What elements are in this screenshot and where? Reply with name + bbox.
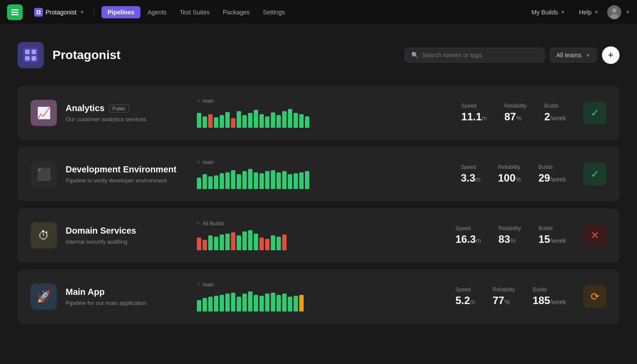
bar <box>265 294 270 312</box>
pipeline-description: Pipeline for our main application <box>66 300 188 306</box>
bar <box>259 238 264 250</box>
bar <box>237 174 241 189</box>
pipeline-chart: ⑂ All Builds <box>197 220 337 250</box>
search-box[interactable]: 🔍 <box>405 48 545 63</box>
status-icon: ✓ <box>584 102 606 124</box>
builds-label: Builds <box>544 103 566 109</box>
stat-reliability: Reliability 87% <box>504 103 527 123</box>
builds-label: Builds <box>539 225 566 231</box>
stat-reliability: Reliability 83% <box>498 225 521 245</box>
speed-unit: m <box>476 176 481 183</box>
bar <box>282 294 287 312</box>
page-org-icon <box>18 42 44 68</box>
nav-settings[interactable]: Settings <box>257 6 291 18</box>
speed-unit: m <box>482 115 487 122</box>
bar <box>299 172 304 189</box>
pipeline-card[interactable]: ⬛ Development Environment Pipeline to ve… <box>18 147 620 201</box>
my-builds-button[interactable]: My Builds ▼ <box>526 6 570 18</box>
reliability-label: Reliability <box>498 164 521 170</box>
bar <box>294 113 298 128</box>
pipeline-card[interactable]: 🚀 Main App Pipeline for our main applica… <box>18 270 620 324</box>
status-icon: ✕ <box>584 224 606 247</box>
stat-builds: Builds 15/week <box>539 225 566 245</box>
bar <box>265 239 270 250</box>
bar <box>225 234 230 250</box>
bar <box>214 237 218 250</box>
teams-dropdown[interactable]: All teams ▼ <box>550 48 597 63</box>
bar <box>220 173 224 189</box>
stat-builds: Builds 2/week <box>544 103 566 123</box>
nav-test-suites[interactable]: Test Suites <box>174 6 216 18</box>
reliability-unit: % <box>516 115 521 122</box>
bar <box>203 116 207 128</box>
bar <box>288 174 292 189</box>
bar <box>248 230 252 250</box>
stat-speed: Speed 16.3m <box>455 225 481 245</box>
builds-value: 15/week <box>539 233 566 245</box>
pipeline-card[interactable]: ⏱ Domain Services Internal security audi… <box>18 208 620 262</box>
bar <box>254 110 258 128</box>
svg-point-3 <box>610 14 618 19</box>
branch-icon: ⑂ <box>197 282 200 288</box>
bar <box>265 116 270 128</box>
stat-speed: Speed 11.1m <box>461 103 486 123</box>
bar <box>203 298 207 312</box>
bar <box>305 171 309 189</box>
bar <box>242 294 247 312</box>
stat-speed: Speed 5.2m <box>455 287 475 307</box>
bar <box>214 296 218 312</box>
svg-rect-6 <box>32 49 36 54</box>
help-button[interactable]: Help ▼ <box>574 6 604 18</box>
bar <box>248 169 252 189</box>
svg-rect-8 <box>32 56 36 61</box>
add-pipeline-button[interactable]: + <box>602 46 620 64</box>
branch-label: ⑂ All Builds <box>197 220 337 227</box>
org-selector[interactable]: Protagonist ▼ <box>30 5 89 19</box>
app-logo[interactable] <box>7 4 23 20</box>
build-bars <box>197 168 337 189</box>
bar <box>271 170 275 189</box>
pipeline-stats: Speed 11.1m Reliability 87% Builds 2/wee… <box>461 103 566 123</box>
bar <box>271 112 275 128</box>
bar <box>220 295 224 312</box>
pipeline-chart: ⑂ main <box>197 159 337 189</box>
reliability-value: 100% <box>498 172 521 184</box>
pipeline-description: Our customer analytics services <box>66 116 188 122</box>
bar <box>248 291 252 312</box>
stat-reliability: Reliability 77% <box>493 287 515 307</box>
avatar-chevron: ▼ <box>626 10 630 14</box>
bar <box>271 293 275 312</box>
builds-label: Builds <box>532 287 566 293</box>
search-icon: 🔍 <box>411 52 419 59</box>
svg-point-2 <box>612 8 616 13</box>
nav-pipelines[interactable]: Pipelines <box>102 6 140 18</box>
branch-name: main <box>203 159 214 165</box>
nav-packages[interactable]: Packages <box>217 6 256 18</box>
reliability-label: Reliability <box>504 103 527 109</box>
branch-name: main <box>203 282 214 288</box>
bar <box>254 295 258 312</box>
pipeline-stats: Speed 3.3m Reliability 100% Builds 29/we… <box>461 164 566 184</box>
bar <box>231 170 235 189</box>
bar <box>242 231 247 250</box>
speed-unit: m <box>470 298 475 305</box>
bar <box>271 235 275 250</box>
speed-value: 3.3m <box>461 172 480 184</box>
pipeline-icon: 📈 <box>31 100 57 126</box>
branch-icon: ⑂ <box>197 98 200 104</box>
nav-agents[interactable]: Agents <box>141 6 173 18</box>
nav-right: My Builds ▼ Help ▼ ▼ <box>526 5 630 19</box>
pipeline-stats: Speed 16.3m Reliability 83% Builds 15/we… <box>455 225 566 245</box>
build-bars <box>197 229 337 250</box>
bar <box>265 171 270 189</box>
build-bars <box>197 290 337 312</box>
user-avatar[interactable] <box>607 5 621 19</box>
bar <box>282 171 287 189</box>
bar <box>254 234 258 250</box>
header-controls: 🔍 All teams ▼ + <box>405 46 620 64</box>
stat-builds: Builds 185/week <box>532 287 566 307</box>
pipeline-card[interactable]: 📈 Analytics Public Our customer analytic… <box>18 86 620 140</box>
bar <box>203 174 207 189</box>
search-input[interactable] <box>422 52 538 59</box>
page-title: Protagonist <box>52 48 121 62</box>
